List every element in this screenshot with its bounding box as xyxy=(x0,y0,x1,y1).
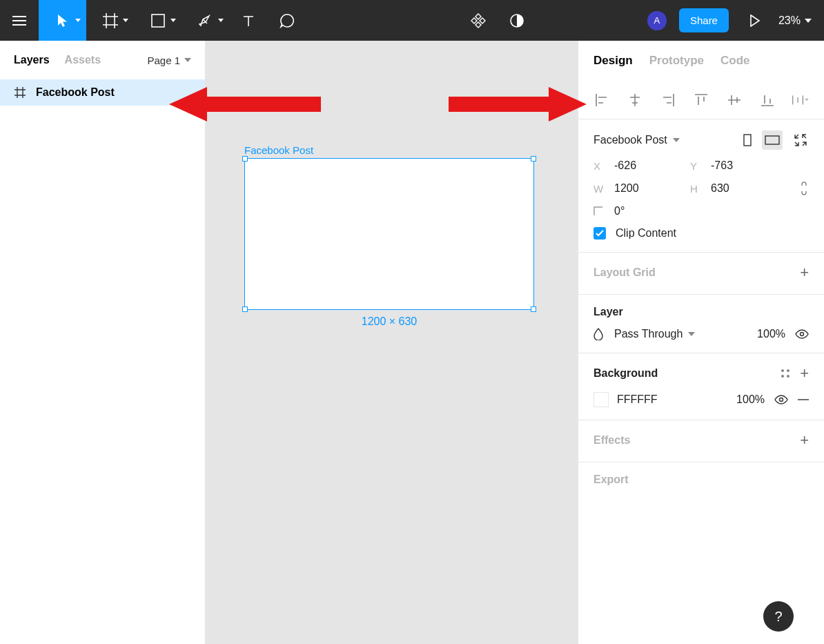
rotation-icon xyxy=(594,206,614,216)
align-left-button[interactable] xyxy=(594,92,610,108)
eye-icon xyxy=(774,395,788,404)
export-title: Export xyxy=(594,474,629,486)
svg-rect-10 xyxy=(798,399,809,400)
canvas[interactable]: Facebook Post 1200 × 630 xyxy=(206,41,578,644)
align-left-icon xyxy=(596,94,608,106)
constrain-proportions-button[interactable] xyxy=(799,182,809,195)
align-center-v-button[interactable] xyxy=(726,92,743,108)
align-top-icon xyxy=(695,94,707,106)
align-controls-row xyxy=(578,81,824,119)
layer-visibility-button[interactable] xyxy=(795,329,809,339)
right-panel: Design Prototype Code Facebook Post X -6… xyxy=(578,41,824,644)
align-center-h-icon xyxy=(629,94,641,106)
page-selector[interactable]: Page 1 xyxy=(147,55,191,66)
rotation-input[interactable]: 0° xyxy=(614,205,690,217)
field-label-w: W xyxy=(594,183,614,195)
export-section: Export xyxy=(578,462,824,498)
height-input[interactable]: 630 xyxy=(711,182,787,195)
svg-point-5 xyxy=(781,369,784,372)
chevron-down-icon xyxy=(170,19,176,22)
chevron-down-icon xyxy=(218,19,224,22)
clip-content-label: Clip Content xyxy=(616,227,676,240)
frame-preset-dropdown[interactable]: Facebook Post xyxy=(594,134,680,146)
chevron-down-icon xyxy=(805,19,812,23)
background-section: Background + FFFFFF 100% xyxy=(578,353,824,420)
pen-tool-button[interactable] xyxy=(182,0,229,41)
align-center-v-icon xyxy=(728,94,740,106)
add-background-button[interactable]: + xyxy=(800,364,809,382)
resize-handle-bottom-left[interactable] xyxy=(242,306,248,312)
layer-title: Layer xyxy=(594,306,809,318)
blend-mode-dropdown[interactable]: Pass Through xyxy=(614,328,695,340)
left-panel: Layers Assets Page 1 Facebook Post xyxy=(0,41,206,644)
distribute-button[interactable] xyxy=(792,92,809,108)
field-label-x: X xyxy=(594,160,614,172)
rectangle-icon xyxy=(151,14,165,28)
effects-section: Effects + xyxy=(578,420,824,462)
text-tool-button[interactable] xyxy=(229,0,268,41)
align-bottom-button[interactable] xyxy=(759,92,776,108)
tab-layers[interactable]: Layers xyxy=(14,54,50,66)
share-button[interactable]: Share xyxy=(679,8,729,32)
background-opacity-input[interactable]: 100% xyxy=(736,393,765,406)
svg-rect-0 xyxy=(152,14,164,27)
present-button[interactable] xyxy=(741,14,769,27)
main-menu-button[interactable] xyxy=(0,0,39,41)
mask-button[interactable] xyxy=(498,0,536,41)
comment-icon xyxy=(279,13,295,28)
layer-section: Layer Pass Through 100% xyxy=(578,295,824,353)
chevron-down-icon xyxy=(805,98,809,101)
shape-tool-button[interactable] xyxy=(134,0,182,41)
field-label-h: H xyxy=(690,183,711,195)
portrait-button[interactable] xyxy=(737,130,758,150)
resize-handle-top-right[interactable] xyxy=(531,156,536,162)
chevron-down-icon xyxy=(673,138,680,142)
background-styles-button[interactable] xyxy=(781,369,790,378)
align-right-button[interactable] xyxy=(660,92,676,108)
effects-title: Effects xyxy=(594,434,630,447)
x-input[interactable]: -626 xyxy=(614,159,690,172)
chevron-down-icon xyxy=(75,19,81,22)
align-center-h-button[interactable] xyxy=(627,92,643,108)
resize-handle-bottom-right[interactable] xyxy=(531,306,536,312)
background-swatch[interactable] xyxy=(594,392,609,407)
resize-handle-top-left[interactable] xyxy=(242,156,248,162)
svg-rect-2 xyxy=(744,135,751,146)
landscape-button[interactable] xyxy=(762,130,783,150)
left-panel-tabs: Layers Assets Page 1 xyxy=(0,41,205,79)
tab-prototype[interactable]: Prototype xyxy=(649,54,704,68)
background-hex-input[interactable]: FFFFFF xyxy=(617,393,658,406)
question-icon: ? xyxy=(774,609,782,625)
top-toolbar: A Share 23% xyxy=(0,0,824,41)
tab-design[interactable]: Design xyxy=(594,54,633,68)
frame-tool-button[interactable] xyxy=(86,0,134,41)
components-button[interactable] xyxy=(459,0,498,41)
user-avatar[interactable]: A xyxy=(647,11,667,30)
chevron-down-icon xyxy=(123,19,128,22)
move-tool-button[interactable] xyxy=(39,0,86,41)
help-button[interactable]: ? xyxy=(763,601,794,632)
tab-assets[interactable]: Assets xyxy=(65,54,101,66)
align-top-button[interactable] xyxy=(693,92,709,108)
distribute-icon xyxy=(792,94,803,106)
remove-background-button[interactable] xyxy=(798,399,809,400)
pen-icon xyxy=(199,14,213,28)
tab-code[interactable]: Code xyxy=(720,54,750,68)
frame-properties-section: Facebook Post X -626 Y -763 W 1200 H 630… xyxy=(578,119,824,253)
selected-frame[interactable] xyxy=(244,158,534,310)
add-layout-grid-button[interactable]: + xyxy=(800,264,809,282)
background-visibility-button[interactable] xyxy=(774,395,788,404)
y-input[interactable]: -763 xyxy=(711,159,787,172)
layer-opacity-input[interactable]: 100% xyxy=(757,328,785,340)
frame-icon xyxy=(103,13,118,28)
zoom-level[interactable]: 23% xyxy=(778,14,812,27)
add-effect-button[interactable]: + xyxy=(800,431,809,449)
resize-to-fit-button[interactable] xyxy=(792,132,809,148)
clip-content-checkbox[interactable] xyxy=(594,227,606,240)
styles-icon xyxy=(781,369,790,378)
annotation-arrow-right xyxy=(449,87,587,121)
frame-label[interactable]: Facebook Post xyxy=(244,144,313,156)
comment-tool-button[interactable] xyxy=(268,0,306,41)
width-input[interactable]: 1200 xyxy=(614,182,690,195)
layer-item-label: Facebook Post xyxy=(36,86,115,99)
